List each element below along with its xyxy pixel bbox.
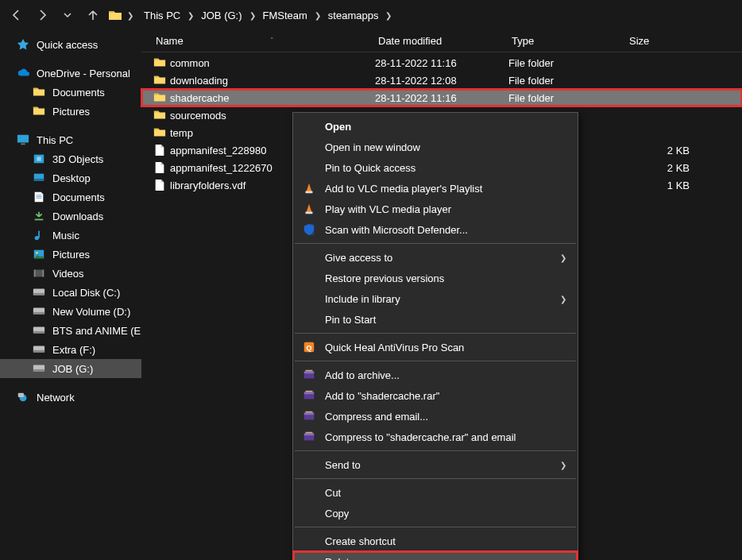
context-menu-item[interactable]: Compress to "shadercache.rar" and email bbox=[293, 427, 578, 447]
menu-item-icon bbox=[301, 554, 317, 560]
sidebar-item[interactable]: Pictures bbox=[0, 245, 141, 264]
menu-item-label: Restore previous versions bbox=[325, 272, 566, 284]
context-menu-item[interactable]: Quick Heal AntiVirus Pro Scan bbox=[293, 337, 578, 357]
sidebar-network[interactable]: Network bbox=[0, 388, 141, 407]
file-row[interactable]: common28-11-2022 11:16File folder bbox=[141, 54, 742, 71]
menu-separator bbox=[295, 333, 576, 334]
monitor-icon bbox=[16, 133, 30, 146]
context-menu-item[interactable]: Copy bbox=[293, 503, 578, 523]
column-name[interactable]: ˄Name bbox=[151, 35, 373, 47]
sidebar-item-label: Documents bbox=[52, 87, 105, 98]
sidebar-item[interactable]: Local Disk (C:) bbox=[0, 283, 141, 302]
nav-forward-button[interactable] bbox=[32, 5, 52, 25]
folder-icon bbox=[153, 56, 170, 69]
file-type: File folder bbox=[508, 92, 626, 104]
sidebar-item[interactable]: 3D Objects bbox=[0, 149, 141, 168]
sidebar-quick-access[interactable]: Quick access bbox=[0, 35, 141, 54]
folder-icon bbox=[108, 9, 122, 21]
cloud-icon bbox=[16, 67, 30, 79]
sidebar-item[interactable]: Videos bbox=[0, 264, 141, 283]
context-menu-item[interactable]: Open bbox=[293, 116, 578, 137]
menu-item-label: Cut bbox=[325, 487, 566, 499]
sidebar-item-label: OneDrive - Personal bbox=[37, 68, 130, 79]
sidebar-item[interactable]: New Volume (D:) bbox=[0, 302, 141, 321]
file-icon bbox=[153, 179, 170, 191]
sidebar-item[interactable]: Downloads bbox=[0, 207, 141, 226]
menu-separator bbox=[295, 478, 576, 479]
sidebar-item[interactable]: BTS and ANIME (E:) bbox=[0, 321, 141, 340]
sidebar-item-icon bbox=[32, 86, 46, 98]
sidebar-item[interactable]: Extra (F:) bbox=[0, 340, 141, 359]
column-size[interactable]: Size bbox=[624, 35, 704, 47]
menu-item-label: Add to archive... bbox=[325, 369, 566, 381]
context-menu-item[interactable]: Play with VLC media player bbox=[293, 199, 578, 219]
file-name: downloading bbox=[170, 75, 375, 87]
sidebar-item[interactable]: Desktop bbox=[0, 168, 141, 187]
context-menu-item[interactable]: Add to VLC media player's Playlist bbox=[293, 178, 578, 199]
breadcrumb-segment[interactable]: This PC bbox=[141, 8, 183, 23]
folder-icon bbox=[153, 109, 170, 122]
context-menu-item[interactable]: Restore previous versions bbox=[293, 268, 578, 288]
sidebar-item-label: Quick access bbox=[37, 39, 98, 51]
sidebar-item[interactable]: Pictures bbox=[0, 102, 141, 121]
context-menu-item[interactable]: Include in library❯ bbox=[293, 288, 578, 309]
menu-item-icon bbox=[301, 160, 317, 175]
context-menu-item[interactable]: Cut bbox=[293, 482, 578, 503]
menu-item-label: Pin to Start bbox=[325, 314, 566, 326]
sidebar-this-pc[interactable]: This PC bbox=[0, 130, 141, 149]
file-row[interactable]: downloading28-11-2022 12:08File folder bbox=[141, 71, 742, 89]
sidebar-onedrive[interactable]: OneDrive - Personal bbox=[0, 64, 141, 83]
column-type[interactable]: Type bbox=[507, 35, 624, 47]
sidebar-item[interactable]: Documents bbox=[0, 83, 141, 102]
sidebar-item-icon bbox=[32, 362, 46, 375]
file-name: shadercache bbox=[170, 92, 375, 104]
context-menu-item[interactable]: Delete bbox=[293, 551, 578, 560]
breadcrumb-segment[interactable]: JOB (G:) bbox=[199, 8, 244, 23]
context-menu-item[interactable]: Open in new window bbox=[293, 137, 578, 157]
breadcrumb-segment[interactable]: steamapps bbox=[326, 8, 381, 23]
file-icon bbox=[153, 161, 170, 174]
column-label: Name bbox=[156, 35, 184, 47]
context-menu-item[interactable]: Pin to Start bbox=[293, 309, 578, 330]
context-menu-item[interactable]: Create shortcut bbox=[293, 531, 578, 551]
sidebar-item-icon bbox=[32, 324, 46, 337]
sidebar-item-icon bbox=[32, 229, 46, 241]
nav-up-button[interactable] bbox=[83, 5, 103, 25]
column-label: Date modified bbox=[378, 35, 442, 47]
menu-item-icon bbox=[301, 250, 317, 265]
menu-item-icon bbox=[301, 181, 317, 195]
sidebar-item[interactable]: JOB (G:) bbox=[0, 359, 141, 378]
context-menu-item[interactable]: Add to archive... bbox=[293, 365, 578, 385]
nav-back-button[interactable] bbox=[6, 5, 27, 25]
context-menu-item[interactable]: Scan with Microsoft Defender... bbox=[293, 219, 578, 240]
sidebar-item[interactable]: Documents bbox=[0, 187, 141, 207]
column-headers: ˄Name Date modified Type Size bbox=[141, 30, 742, 52]
sidebar-item[interactable]: Music bbox=[0, 226, 141, 245]
sidebar-item-label: 3D Objects bbox=[52, 153, 103, 165]
sidebar-item-icon bbox=[32, 343, 46, 356]
menu-item-icon bbox=[301, 409, 317, 423]
menu-separator bbox=[295, 361, 576, 361]
file-row[interactable]: shadercache28-11-2022 11:16File folder bbox=[141, 89, 742, 106]
context-menu-item[interactable]: Send to❯ bbox=[293, 454, 578, 475]
context-menu-item[interactable]: Add to "shadercache.rar" bbox=[293, 385, 578, 406]
column-date[interactable]: Date modified bbox=[373, 35, 507, 47]
breadcrumb-segment[interactable]: FMSteam bbox=[261, 8, 310, 23]
menu-item-icon bbox=[301, 222, 317, 237]
context-menu-item[interactable]: Pin to Quick access bbox=[293, 157, 578, 178]
chevron-right-icon: ❯ bbox=[127, 11, 133, 20]
menu-item-label: Open in new window bbox=[325, 141, 566, 153]
file-size: 1 KB bbox=[626, 180, 690, 191]
sidebar-item-label: Local Disk (C:) bbox=[52, 287, 120, 299]
menu-item-icon bbox=[301, 485, 317, 500]
nav-recent-button[interactable] bbox=[57, 5, 78, 25]
context-menu-item[interactable]: Compress and email... bbox=[293, 406, 578, 427]
chevron-right-icon: ❯ bbox=[560, 295, 566, 303]
breadcrumb[interactable]: This PC❯JOB (G:)❯FMSteam❯steamapps❯ bbox=[138, 8, 393, 23]
folder-icon bbox=[153, 91, 170, 104]
sidebar: Quick access OneDrive - Personal Documen… bbox=[0, 30, 141, 560]
sidebar-item-label: JOB (G:) bbox=[52, 363, 93, 375]
context-menu-item[interactable]: Give access to❯ bbox=[293, 247, 578, 268]
menu-item-label: Play with VLC media player bbox=[325, 203, 566, 215]
navbar: ❯ This PC❯JOB (G:)❯FMSteam❯steamapps❯ bbox=[0, 0, 742, 30]
